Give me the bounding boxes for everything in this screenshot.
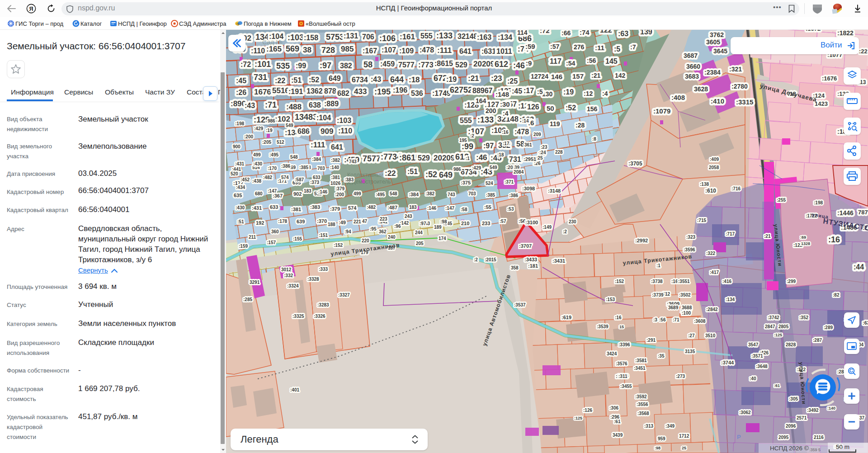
svg-text::24: :24	[539, 150, 546, 155]
svg-text::23: :23	[491, 74, 502, 83]
svg-text:743: 743	[349, 159, 357, 164]
svg-text::3451: :3451	[634, 366, 646, 371]
svg-text::163: :163	[477, 33, 491, 41]
svg-text::1: :1	[466, 156, 470, 161]
svg-text::4: :4	[602, 90, 608, 97]
svg-text::111: :111	[437, 46, 452, 55]
svg-text::385: :385	[486, 193, 495, 198]
svg-text:130: 130	[542, 90, 553, 98]
svg-text::8615: :8615	[399, 153, 420, 162]
svg-text::478: :478	[514, 128, 529, 136]
svg-text::45: :45	[236, 77, 246, 85]
svg-text:139: 139	[640, 30, 652, 36]
svg-text::134: :134	[498, 33, 512, 41]
svg-text:535: 535	[276, 61, 290, 71]
svg-text::7734: :7734	[381, 152, 401, 161]
svg-text::35: :35	[658, 354, 665, 359]
svg-text::488: :488	[286, 103, 302, 111]
svg-text:3688: 3688	[682, 305, 692, 310]
svg-text:200: 200	[486, 107, 496, 114]
svg-text::2992: :2992	[635, 238, 648, 243]
svg-text:1328: 1328	[801, 241, 810, 246]
svg-text::429: :429	[254, 126, 263, 131]
svg-text::296: :296	[610, 415, 619, 420]
svg-text::19: :19	[563, 88, 574, 96]
svg-text:635: 635	[234, 193, 242, 198]
svg-text::3455: :3455	[620, 384, 632, 389]
svg-text:240: 240	[388, 235, 396, 240]
svg-text::196: :196	[393, 86, 407, 94]
svg-text::1822: :1822	[837, 30, 854, 37]
svg-text::3098: :3098	[522, 186, 535, 191]
svg-text:703: 703	[468, 191, 476, 196]
svg-text::5: :5	[537, 88, 543, 95]
svg-text::3596: :3596	[684, 247, 695, 252]
svg-text::198: :198	[235, 121, 244, 126]
svg-text::170: :170	[268, 166, 277, 171]
svg-text::61: :61	[774, 383, 780, 388]
svg-text:641: 641	[331, 143, 343, 151]
svg-text::101: :101	[255, 60, 271, 69]
svg-text::104: :104	[316, 114, 331, 122]
svg-text::482: :482	[367, 205, 376, 210]
svg-text:211: 211	[249, 235, 256, 240]
svg-text::96: :96	[394, 224, 401, 229]
svg-text:520: 520	[231, 171, 238, 176]
svg-text:32148: 32148	[458, 33, 478, 40]
svg-text:433: 433	[354, 87, 367, 96]
svg-text::438: :438	[252, 179, 261, 184]
svg-text::379: :379	[330, 206, 340, 212]
svg-text::386: :386	[509, 193, 518, 198]
svg-text::631: :631	[481, 47, 496, 55]
svg-text::133: :133	[436, 31, 453, 40]
svg-text:230: 230	[569, 219, 576, 224]
svg-text::890: :890	[231, 99, 246, 108]
svg-text::102: :102	[275, 115, 290, 123]
svg-text::1749: :1749	[432, 90, 451, 97]
svg-text::313: :313	[644, 424, 653, 429]
svg-text::2: :2	[563, 229, 567, 234]
svg-text::323: :323	[686, 235, 695, 240]
svg-text::142: :142	[400, 221, 409, 226]
svg-text::2015: :2015	[485, 257, 496, 262]
svg-text::109: :109	[399, 47, 414, 55]
svg-text::3492: :3492	[807, 408, 819, 413]
svg-text::371: :371	[505, 179, 514, 184]
svg-text::3568: :3568	[637, 411, 649, 416]
svg-text::321: :321	[729, 66, 742, 73]
svg-text::149: :149	[542, 225, 552, 230]
svg-text::152: :152	[615, 279, 624, 284]
svg-text:633: 633	[313, 175, 321, 180]
svg-text::126: :126	[583, 408, 592, 413]
svg-text::375: :375	[461, 180, 471, 185]
svg-text:878: 878	[324, 87, 336, 95]
svg-text:гр: гр	[236, 22, 240, 26]
svg-text::619: :619	[561, 315, 571, 320]
svg-text::82: :82	[833, 293, 840, 297]
svg-text::133: :133	[477, 115, 494, 124]
svg-text:360: 360	[271, 229, 279, 234]
svg-text:2084: 2084	[514, 170, 524, 175]
svg-text::61: :61	[614, 419, 621, 424]
svg-text:362: 362	[379, 229, 387, 234]
svg-text::72: :72	[540, 30, 550, 34]
svg-text:641: 641	[459, 47, 472, 55]
svg-text:569: 569	[286, 44, 299, 53]
svg-text:900: 900	[233, 144, 241, 149]
svg-text:13624: 13624	[307, 87, 327, 95]
svg-text::1079: :1079	[653, 107, 670, 115]
svg-text::285: :285	[243, 297, 252, 302]
svg-text:25: 25	[682, 446, 686, 450]
svg-text::16: :16	[671, 279, 678, 284]
svg-text::16: :16	[615, 315, 622, 320]
svg-text:3424: 3424	[607, 351, 617, 356]
svg-text::417: :417	[710, 270, 719, 275]
svg-text:555: 555	[460, 117, 472, 124]
svg-text:183: 183	[304, 189, 311, 193]
svg-text:986: 986	[268, 118, 275, 123]
svg-text::381: :381	[331, 175, 340, 180]
svg-text::3648: :3648	[756, 364, 768, 369]
svg-text::19: :19	[266, 128, 273, 133]
svg-text:3683: 3683	[685, 73, 699, 80]
svg-text:164: 164	[476, 97, 486, 104]
